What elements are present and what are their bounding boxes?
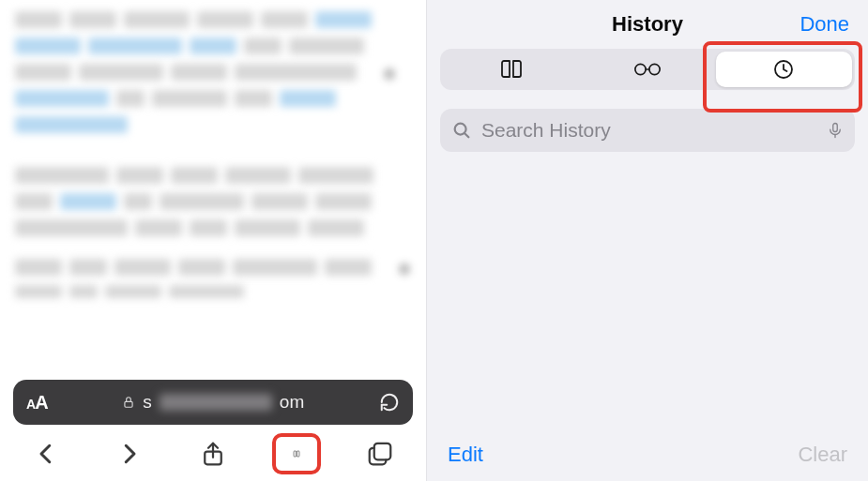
- history-panel: History Done Edit Clear: [426, 0, 868, 481]
- segmented-control: [440, 49, 855, 90]
- bottom-toolbar: [0, 428, 426, 481]
- lock-icon: [122, 395, 135, 410]
- svg-line-7: [464, 133, 468, 137]
- panel-footer: Edit Clear: [427, 432, 868, 481]
- reload-icon[interactable]: [379, 392, 400, 413]
- clear-button[interactable]: Clear: [798, 443, 847, 467]
- book-icon: [497, 58, 525, 81]
- page-content-blurred: o o: [0, 0, 426, 372]
- book-icon: [293, 440, 300, 468]
- bookmarks-button[interactable]: [272, 433, 321, 474]
- done-button[interactable]: Done: [799, 12, 849, 37]
- search-input[interactable]: [481, 119, 817, 142]
- svg-rect-2: [374, 443, 391, 460]
- tab-bookmarks[interactable]: [443, 52, 579, 87]
- search-bar[interactable]: [440, 109, 855, 152]
- glasses-icon: [633, 58, 662, 81]
- search-icon: [451, 120, 472, 141]
- panel-title: History: [612, 12, 683, 37]
- microphone-icon[interactable]: [827, 119, 844, 142]
- text-size-button[interactable]: AA: [26, 392, 48, 413]
- clock-icon: [769, 58, 798, 81]
- url-prefix: s: [143, 392, 152, 413]
- url-suffix: om: [280, 392, 304, 413]
- svg-rect-0: [125, 401, 132, 407]
- address-bar-container: AA s om: [13, 380, 413, 425]
- url-blurred: [160, 394, 272, 411]
- back-button[interactable]: [22, 433, 70, 474]
- panel-header: History Done: [427, 0, 868, 49]
- forward-button[interactable]: [105, 433, 154, 474]
- tab-reading-list[interactable]: [579, 52, 715, 87]
- address-bar[interactable]: AA s om: [13, 380, 413, 425]
- svg-rect-8: [833, 124, 838, 132]
- share-button[interactable]: [189, 433, 237, 474]
- tab-history[interactable]: [716, 52, 852, 87]
- svg-point-3: [635, 64, 646, 74]
- svg-point-4: [649, 64, 660, 74]
- history-list-empty: [427, 152, 868, 432]
- tabs-button[interactable]: [356, 433, 404, 474]
- webpage-panel: o o AA s om: [0, 0, 426, 481]
- url-field[interactable]: s om: [57, 392, 370, 413]
- edit-button[interactable]: Edit: [448, 443, 483, 467]
